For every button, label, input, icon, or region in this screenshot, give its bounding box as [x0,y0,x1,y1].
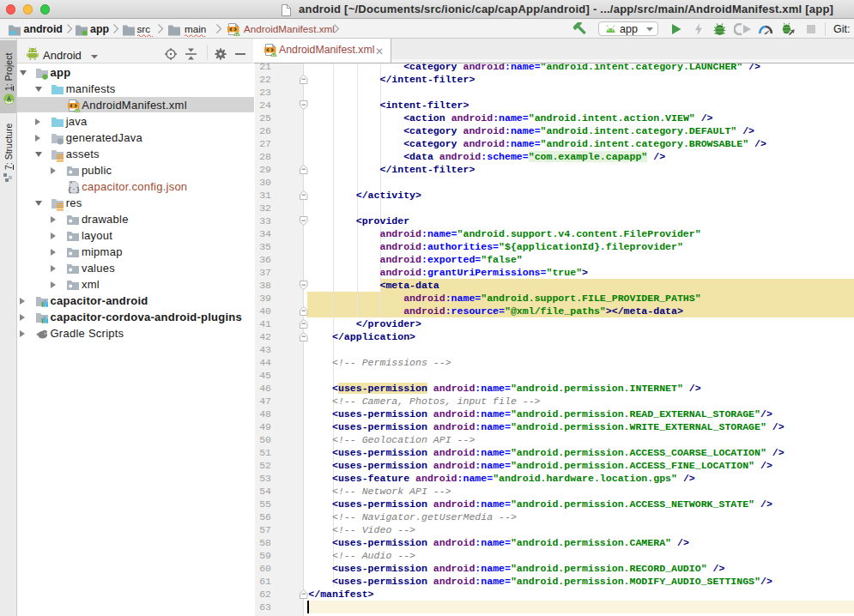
svg-text:{·}: {·} [68,185,81,193]
